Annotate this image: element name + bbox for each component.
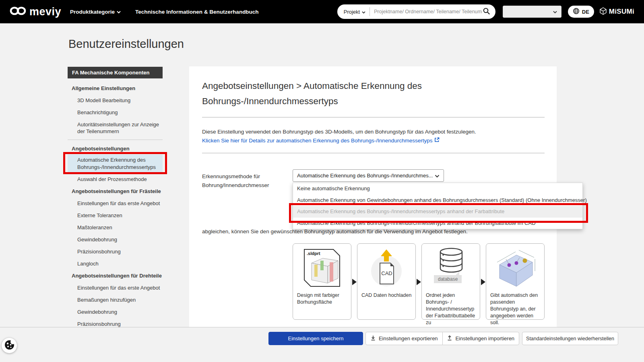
chevron-down-icon <box>435 172 440 179</box>
svg-text:CAD: CAD <box>381 270 392 276</box>
arrow-right-icon <box>351 243 357 321</box>
brand-text: MiSUMi <box>609 8 634 16</box>
sidebar-item-erste-angebot-fraesteile[interactable]: Einstellungen für das erste Angebot <box>68 197 163 209</box>
arrow-right-icon <box>416 243 421 321</box>
card-label: Design mit farbiger Borhungsfläche <box>297 292 349 306</box>
search-input[interactable] <box>374 9 482 14</box>
import-settings-button[interactable]: Einstellungen importieren <box>443 332 519 345</box>
search-icon <box>483 8 490 16</box>
main-panel: Angebotseinstellungen > Automatische Erk… <box>189 66 557 327</box>
option-gewindebohrungen-standard[interactable]: Automatische Erkennung von Gewindebohrun… <box>293 195 582 206</box>
sidebar-item-benachrichtigung[interactable]: Benachrichtigung <box>68 106 163 118</box>
sidebar-item-autoritaetseinstellungen[interactable]: Autoritätseinstellungen zur Anzeige der … <box>68 118 163 137</box>
card-farbattributtabelle: database Ordnet jeden Bohrungs- / Innend… <box>421 243 480 320</box>
sidebar-item-praezisionsbohrung-fraesteile[interactable]: Präzisionsbohrung <box>68 245 163 257</box>
cube-icon <box>600 7 607 16</box>
sidebar-item-angebotseinstellungen-drehteile[interactable]: Angebotseinstellungen für Drehteile <box>68 269 163 282</box>
nav-technische-informationen[interactable]: Technische Informationen & Benutzerhandb… <box>135 9 259 15</box>
card-design-farbige-bohrungsflaeche: .sldprt Design mit farbiger Borhungsfläc… <box>293 243 351 320</box>
sidebar-item-auswahl-prozessmethode[interactable]: Auswahl der Prozessmethode <box>68 173 163 185</box>
sidebar-item-label: Automatische Erkennung des Bohrungs-/Inn… <box>77 157 156 170</box>
card-passender-bohrungstyp: Gibt automatisch den passenden Bohrungst… <box>486 243 545 320</box>
svg-text:.sldprt: .sldprt <box>307 251 320 256</box>
option-label: Automatische Erkennung des Bohrungs-/Inn… <box>297 208 504 214</box>
logo-text: meviy <box>29 6 61 18</box>
divider <box>68 140 163 140</box>
sidebar-item-angebotseinstellungen-fraesteile[interactable]: Angebotseinstellungen für Frästeile <box>68 185 163 197</box>
export-settings-button[interactable]: Einstellungen exportieren <box>366 332 442 345</box>
field-label: Erkennungsmethode für Bohrung/Innendurch… <box>202 172 283 190</box>
language-label: DE <box>582 9 589 15</box>
card-cad-hochladen: CAD CAD Daten hochladen <box>357 243 416 320</box>
option-keine-erkennung[interactable]: Keine automatische Erkennung <box>293 183 582 195</box>
globe-icon <box>573 8 580 16</box>
language-button[interactable]: DE <box>568 6 594 18</box>
option-farbattribute[interactable]: Automatische Erkennung des Bohrungs-/Inn… <box>293 206 582 218</box>
divider <box>202 153 545 153</box>
page: meviy Produktkategorie Technische Inform… <box>0 0 644 362</box>
nav-produktkategorie[interactable]: Produktkategorie <box>70 9 121 15</box>
database-badge: database <box>434 275 462 283</box>
cookie-settings-button[interactable] <box>2 338 17 353</box>
account-select[interactable] <box>503 6 561 18</box>
infinity-logo-icon <box>10 6 27 17</box>
intro-text: Diese Einstellung verwendet den Bohrungs… <box>202 129 476 135</box>
settings-sidebar: FA Mechanische Komponenten Allgemeine Ei… <box>68 67 163 342</box>
sidebar-list: Allgemeine Einstellungen 3D Modell Bearb… <box>68 82 163 342</box>
section-heading: Angebotseinstellungen > Automatische Erk… <box>202 78 452 109</box>
sidebar-item-bemassungen-hinzufuegen[interactable]: Bemaßungen hinzufügen <box>68 294 163 306</box>
misumi-brand: MiSUMi <box>600 7 634 16</box>
erkennungsmethode-select[interactable]: Automatische Erkennung des Bohrungs-/Inn… <box>293 169 444 182</box>
save-settings-button[interactable]: Einstellungen speichern <box>268 332 363 345</box>
select-value: Automatische Erkennung des Bohrungs-/Inn… <box>297 173 435 179</box>
option-bohrungsattribute-cad[interactable]: Automatische Erkennung des Bohrungs-/Inn… <box>293 218 582 229</box>
meviy-logo[interactable]: meviy <box>10 6 61 18</box>
card-label: Gibt automatisch den passenden Bohrungst… <box>490 292 542 326</box>
details-link[interactable]: Klicken Sie hier für Details zur automat… <box>202 137 440 144</box>
divider <box>202 117 545 117</box>
card-label: Ordnet jeden Bohrungs- / Innendurchmesse… <box>426 292 478 326</box>
top-navigation-bar: meviy Produktkategorie Technische Inform… <box>0 0 644 23</box>
card-label: CAD Daten hochladen <box>361 292 413 299</box>
sidebar-item-gewindebohrung-fraesteile[interactable]: Gewindebohrung <box>68 233 163 245</box>
restore-defaults-button[interactable]: Standardeinstellungen wiederherstellen <box>522 332 618 345</box>
sldprt-model-icon: .sldprt <box>293 246 351 288</box>
chevron-down-icon <box>362 9 365 15</box>
partial-paragraph: abgleichen, können Sie den gewünschten B… <box>202 228 468 234</box>
sidebar-item-externe-toleranzen[interactable]: Externe Toleranzen <box>68 209 163 221</box>
sidebar-header: FA Mechanische Komponenten <box>68 67 163 78</box>
cad-upload-icon: CAD <box>357 246 415 288</box>
sidebar-item-masstoleranzen[interactable]: Maßtoleranzen <box>68 221 163 233</box>
search-button[interactable] <box>482 7 491 16</box>
sidebar-item-gewindebohrung-drehteile[interactable]: Gewindebohrung <box>68 306 163 318</box>
action-bar: Einstellungen speichern Einstellungen ex… <box>0 327 644 362</box>
arrow-right-icon <box>480 243 486 321</box>
top-nav: Produktkategorie Technische Informatione… <box>70 9 259 15</box>
external-link-icon <box>434 137 440 144</box>
sidebar-item-allgemeine-einstellungen[interactable]: Allgemeine Einstellungen <box>68 82 163 94</box>
global-search: Projekt <box>337 4 495 19</box>
select-dropdown-list: Keine automatische Erkennung Automatisch… <box>293 183 583 229</box>
chevron-down-icon <box>553 8 557 15</box>
page-title: Benutzereinstellungen <box>68 37 184 51</box>
upload-icon <box>447 335 452 342</box>
divider <box>369 7 370 16</box>
database-icon <box>422 246 480 276</box>
cookie-icon <box>4 339 15 352</box>
process-steps: .sldprt Design mit farbiger Borhungsfläc… <box>293 243 545 321</box>
annotation-highlight-sidebar <box>63 152 167 174</box>
download-icon <box>370 335 376 342</box>
chevron-down-icon <box>117 9 121 15</box>
sidebar-item-erste-angebot-drehteile[interactable]: Einstellungen für das erste Angebot <box>68 282 163 294</box>
sidebar-item-angebotseinstellungen[interactable]: Angebotseinstellungen <box>68 142 163 154</box>
sidebar-item-automatische-erkennung[interactable]: Automatische Erkennung des Bohrungs-/Inn… <box>68 154 163 173</box>
sidebar-item-3d-modell-bearbeitung[interactable]: 3D Modell Bearbeitung <box>68 94 163 106</box>
sidebar-item-langloch[interactable]: Langloch <box>68 257 163 269</box>
search-scope-select[interactable]: Projekt <box>344 9 365 15</box>
dimensioned-part-icon <box>486 246 544 290</box>
export-import-group: Einstellungen exportieren Einstellungen … <box>365 332 519 345</box>
